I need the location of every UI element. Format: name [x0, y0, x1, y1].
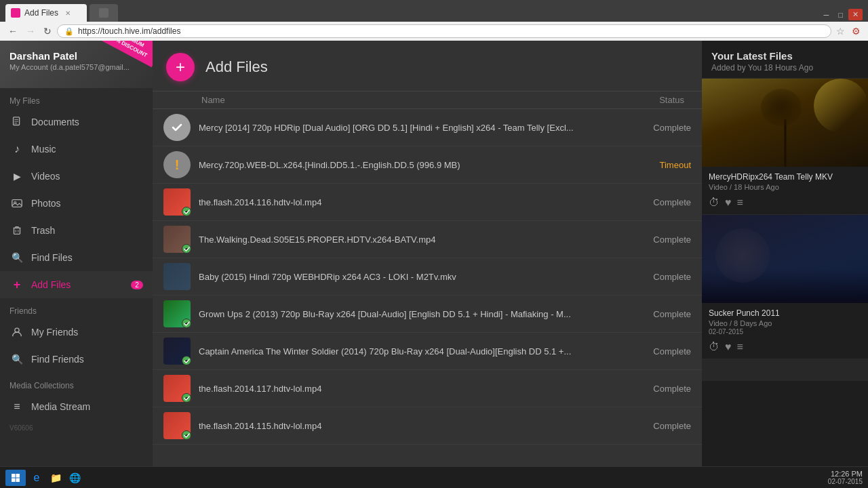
svg-rect-0 [14, 117, 20, 125]
active-tab[interactable]: Add Files ✕ [5, 4, 87, 22]
latest-title: Your Latest Files [711, 50, 859, 62]
tab-title: Add Files [24, 8, 58, 18]
file-status: Complete [630, 123, 691, 133]
taskbar-time: 12:26 PM 02-07-2015 [828, 470, 863, 485]
version-label: V60606 [0, 420, 153, 436]
latest-item-title: Sucker Punch 2011 [709, 308, 861, 318]
file-row[interactable]: the.flash.2014.117.hdtv-lol.mp4 Complete [153, 370, 702, 407]
playlist-icon[interactable]: ≡ [737, 197, 743, 209]
latest-files-header: Your Latest Files Added by You 18 Hours … [702, 41, 868, 79]
file-row[interactable]: Grown Ups 2 (2013) 720p Blu-Ray x264 [Du… [153, 296, 702, 333]
file-name: Grown Ups 2 (2013) 720p Blu-Ray x264 [Du… [191, 309, 630, 319]
sidebar-header: Darshan Patel My Account (d.a.patel5757@… [0, 41, 153, 88]
watch-later-icon[interactable]: ⏱ [709, 197, 719, 209]
sidebar-item-media-stream[interactable]: ≡ Media Stream [0, 393, 153, 420]
refresh-button[interactable]: ↻ [41, 26, 54, 37]
restore-icon[interactable]: □ [834, 9, 847, 20]
taskbar-ie-icon[interactable]: e [28, 470, 45, 486]
file-thumb-container [163, 300, 191, 327]
latest-item-2: Sucker Punch 2011 Video / 8 Days Ago 02-… [702, 215, 868, 359]
file-row[interactable]: The.Walking.Dead.S05E15.PROPER.HDTV.x264… [153, 221, 702, 258]
like-icon-2[interactable]: ♥ [725, 341, 732, 353]
latest-item-actions: ⏱ ♥ ≡ [702, 338, 868, 359]
svg-rect-11 [16, 474, 20, 478]
sidebar-item-documents[interactable]: Documents [0, 108, 153, 136]
sidebar-item-label: Documents [31, 117, 143, 127]
sidebar-item-label: Photos [31, 198, 143, 209]
sidebar-item-find-files[interactable]: 🔍 Find Files [0, 244, 153, 271]
forward-button[interactable]: → [23, 26, 38, 37]
sidebar-item-label: Find Friends [31, 354, 143, 365]
file-row[interactable]: the.flash.2014.116.hdtv-lol.mp4 Complete [153, 184, 702, 221]
sidebar-item-label: Videos [31, 171, 143, 182]
add-files-button[interactable]: + [166, 53, 195, 81]
file-row[interactable]: Captain America The Winter Soldier (2014… [153, 333, 702, 370]
col-status-header: Status [623, 95, 691, 105]
user-email: My Account (d.a.patel5757@gmail... [9, 63, 143, 71]
latest-item-date: 02-07-2015 [709, 328, 861, 336]
close-tab-icon[interactable]: ✕ [65, 9, 71, 17]
file-thumb: ! [163, 151, 191, 178]
svg-rect-4 [12, 200, 22, 207]
latest-item-actions: ⏱ ♥ ≡ [702, 194, 868, 214]
latest-item-title: MercyHDRipx264 Team Telly MKV [709, 172, 861, 182]
svg-rect-6 [14, 228, 20, 234]
start-button[interactable] [5, 470, 26, 486]
sidebar: Darshan Patel My Account (d.a.patel5757@… [0, 41, 153, 466]
sidebar-item-find-friends[interactable]: 🔍 Find Friends [0, 346, 153, 373]
file-row[interactable]: the.flash.2014.115.hdtv-lol.mp4 Complete [153, 407, 702, 445]
file-name: the.flash.2014.116.hdtv-lol.mp4 [191, 197, 630, 207]
sidebar-item-photos[interactable]: Photos [0, 190, 153, 217]
documents-icon [9, 115, 24, 129]
back-button[interactable]: ← [5, 26, 20, 37]
browser-chrome: Add Files ✕ ─ □ ✕ ← → ↻ 🔒 https://touch.… [0, 0, 868, 41]
sidebar-item-label: Music [31, 144, 143, 155]
file-thumb-container [163, 375, 191, 402]
inactive-tab[interactable] [90, 4, 118, 22]
taskbar-folder-icon[interactable]: 📁 [47, 470, 64, 486]
like-icon[interactable]: ♥ [725, 197, 732, 209]
media-collections-label: Media Collections [0, 373, 153, 393]
latest-item-meta: Video / 18 Hours Ago [709, 183, 861, 191]
search-icon: 🔍 [9, 250, 24, 265]
sidebar-item-trash[interactable]: Trash [0, 217, 153, 244]
photos-icon [9, 196, 24, 211]
svg-rect-10 [12, 474, 16, 478]
file-row[interactable]: Baby (2015) Hindi 720p WEBHDRip x264 AC3… [153, 258, 702, 296]
sidebar-item-my-friends[interactable]: My Friends [0, 319, 153, 346]
file-row[interactable]: Mercy [2014] 720p HDRip [Dual Audio] [OR… [153, 109, 702, 146]
file-name: the.flash.2014.115.hdtv-lol.mp4 [191, 421, 630, 431]
my-files-label: My Files [0, 88, 153, 108]
col-name-header: Name [201, 95, 623, 105]
add-files-badge: 2 [131, 281, 143, 289]
file-status: Complete [630, 384, 691, 394]
file-status: Complete [630, 197, 691, 207]
address-bar[interactable]: 🔒 https://touch.hive.im/addfiles [57, 24, 831, 38]
file-name: The.Walking.Dead.S05E15.PROPER.HDTV.x264… [191, 235, 630, 245]
sidebar-item-add-files[interactable]: + Add Files 2 [0, 271, 153, 298]
sidebar-item-videos[interactable]: ▶ Videos [0, 163, 153, 190]
browser-menu-icon[interactable]: ⚙ [850, 26, 863, 37]
file-row[interactable]: ! Mercy.720p.WEB-DL.x264.[Hindi.DD5.1.-.… [153, 146, 702, 184]
minimize-icon[interactable]: ─ [820, 9, 833, 20]
file-list: Mercy [2014] 720p HDRip [Dual Audio] [OR… [153, 109, 702, 466]
latest-item-info: Sucker Punch 2011 Video / 8 Days Ago 02-… [702, 303, 868, 338]
bookmark-icon[interactable]: ☆ [834, 26, 847, 37]
latest-item-info: MercyHDRipx264 Team Telly MKV Video / 18… [702, 167, 868, 194]
playlist-icon-2[interactable]: ≡ [737, 341, 743, 353]
file-status: Timeout [630, 160, 691, 170]
sidebar-item-label: My Friends [31, 327, 143, 338]
add-files-header: + Add Files [153, 41, 702, 91]
file-name: Captain America The Winter Soldier (2014… [191, 346, 630, 357]
latest-item-3 [702, 359, 868, 381]
watch-later-icon-2[interactable]: ⏱ [709, 341, 719, 353]
main-content: + Add Files Name Status Mercy [2014] 720… [153, 41, 702, 466]
taskbar-chrome-icon[interactable]: 🌐 [66, 470, 83, 486]
trash-icon [9, 223, 24, 238]
person-icon [9, 325, 24, 340]
file-status: Complete [630, 272, 691, 282]
media-stream-icon: ≡ [9, 399, 24, 414]
close-window-icon[interactable]: ✕ [848, 9, 863, 20]
file-thumb-container [163, 412, 191, 439]
sidebar-item-music[interactable]: ♪ Music [0, 136, 153, 163]
